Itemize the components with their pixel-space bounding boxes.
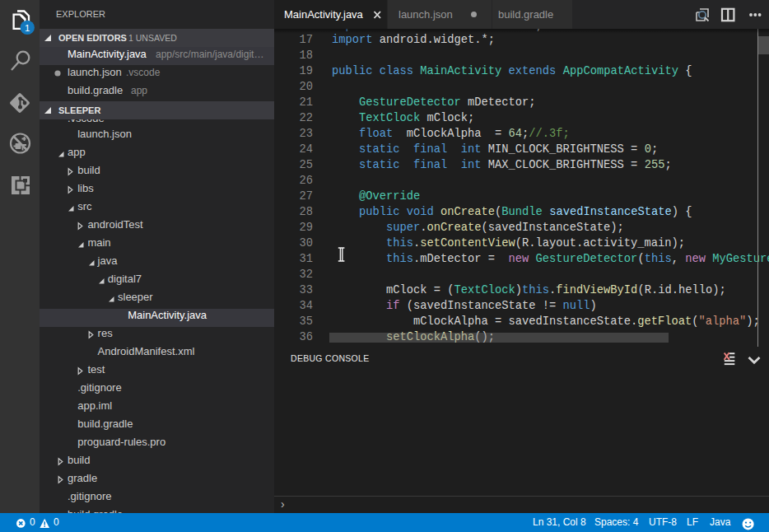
svg-text:1: 1 [25,23,30,33]
